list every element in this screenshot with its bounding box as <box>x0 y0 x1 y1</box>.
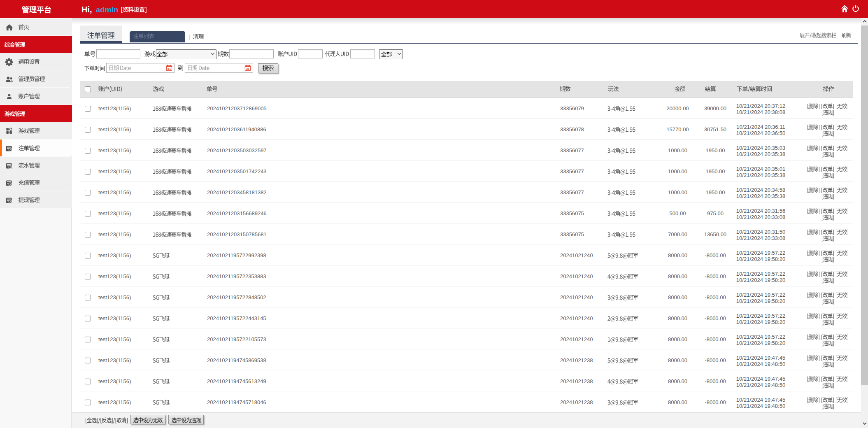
svg-text:31: 31 <box>168 67 171 70</box>
svg-text:31: 31 <box>246 67 249 70</box>
